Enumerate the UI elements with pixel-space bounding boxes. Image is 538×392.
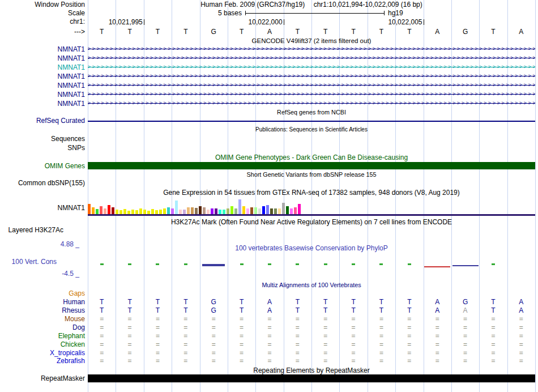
- species-label[interactable]: Rhesus: [0, 306, 85, 314]
- gencode-gene-row-1: NMNAT1 >>>>>>>>>>>>>>>>>>>>>>>>>>>>>>>>>…: [0, 45, 538, 54]
- gene-label[interactable]: NMNAT1: [0, 54, 85, 62]
- species-label[interactable]: Zebrafish: [0, 357, 85, 365]
- gtex-row: NMNAT1: [0, 197, 538, 216]
- omim-gene-bar[interactable]: [88, 162, 535, 169]
- multiz-row-rhesus: Rhesus TTTTGTATTTTTAATA: [0, 306, 538, 315]
- dbsnp-row: Common dbSNP(155): [0, 179, 538, 188]
- multiz-row-elephant: Elephant ================: [0, 332, 538, 340]
- sequences-label[interactable]: Sequences: [0, 135, 85, 143]
- gene-model[interactable]: >>>>>>>>>>>>>>>>>>>>>>>>>>>>>>>>>>>>>>>>…: [88, 73, 535, 81]
- window-position-row: Window Position Human Feb. 2009 (GRCh37/…: [0, 1, 538, 9]
- gencode-gene-row-5: NMNAT1 >>>>>>>>>>>>>>>>>>>>>>>>>>>>>>>>>…: [0, 82, 538, 90]
- alignment-bases: ================: [88, 340, 535, 349]
- multiz-row-human: Human TTTTGTATTTTTAGTA: [0, 298, 538, 306]
- cons-label[interactable]: 100 Vert. Cons: [0, 258, 57, 266]
- publications-title-row: Publications: Sequences in Scientific Ar…: [0, 126, 538, 135]
- gene-model[interactable]: >>>>>>>>>>>>>>>>>>>>>>>>>>>>>>>>>>>>>>>>…: [88, 100, 535, 108]
- species-label[interactable]: Chicken: [0, 340, 85, 348]
- species-label[interactable]: Human: [0, 298, 85, 306]
- h3k27ac-title-row: H3K27Ac Mark (Often Found Near Active Re…: [0, 218, 538, 227]
- alignment-bases: ================: [88, 332, 535, 340]
- scale-label: Scale: [0, 9, 85, 17]
- assembly-title: Human Feb. 2009 (GRCh37/hg19): [200, 1, 305, 8]
- multiz-row-zebrafish: Zebrafish ================: [0, 357, 538, 365]
- rmsk-bar[interactable]: [88, 374, 535, 382]
- assembly-short-label: hg19: [388, 9, 403, 17]
- multiz-title-row: Multiz Alignments of 100 Vertebrates: [0, 282, 538, 290]
- gene-model[interactable]: >>>>>>>>>>>>>>>>>>>>>>>>>>>>>>>>>>>>>>>>…: [88, 54, 535, 63]
- dbsnp-title: Short Genetic Variants from dbSNP releas…: [88, 171, 535, 180]
- position-ruler[interactable]: 10,021,99510,022,00010,022,005: [88, 18, 535, 27]
- position-title: Human Feb. 2009 (GRCh37/hg19) chr1:10,02…: [88, 1, 535, 9]
- omim-title: OMIM Gene Phenotypes - Dark Green Can Be…: [88, 154, 535, 162]
- species-label[interactable]: Mouse: [0, 315, 85, 323]
- snps-label[interactable]: SNPs: [0, 144, 85, 152]
- gencode-gene-row-3: NMNAT1 >>>>>>>>>>>>>>>>>>>>>>>>>>>>>>>>>…: [0, 63, 538, 72]
- window-position-label: Window Position: [0, 1, 85, 8]
- omim-label[interactable]: OMIM Genes: [0, 162, 85, 170]
- refseq-label[interactable]: RefSeq Curated: [0, 117, 85, 125]
- gencode-gene-row-7: NMNAT1 >>>>>>>>>>>>>>>>>>>>>>>>>>>>>>>>>…: [0, 100, 538, 108]
- species-label[interactable]: Dog: [0, 323, 85, 331]
- dna-bases[interactable]: TTTTGTATTTTTAGTA: [88, 28, 535, 36]
- publications-title: Publications: Sequences in Scientific Ar…: [88, 126, 535, 135]
- omim-title-row: OMIM Gene Phenotypes - Dark Green Can Be…: [0, 154, 538, 162]
- gene-label[interactable]: NMNAT1: [0, 45, 85, 53]
- gene-label[interactable]: NMNAT1: [0, 82, 85, 90]
- gene-label[interactable]: NMNAT1: [0, 100, 85, 108]
- alignment-bases: ================: [88, 357, 535, 365]
- refseq-title: RefSeq genes from NCBI: [88, 109, 535, 117]
- gencode-gene-row-6: NMNAT1 >>>>>>>>>>>>>>>>>>>>>>>>>>>>>>>>>…: [0, 91, 538, 99]
- alignment-bases: ================: [88, 315, 535, 323]
- refseq-gene-line[interactable]: [88, 121, 535, 122]
- gencode-title-row: GENCODE V49lift37 (2 items filtered out): [0, 37, 538, 46]
- cons-min-label: -4.5 _: [0, 270, 79, 278]
- refseq-title-row: RefSeq genes from NCBI: [0, 109, 538, 117]
- gtex-title-row: Gene Expression in 54 tissues from GTEx …: [0, 189, 538, 197]
- gene-label[interactable]: NMNAT1: [0, 91, 85, 99]
- ruler-row[interactable]: chr1: 10,021,99510,022,00010,022,005: [0, 18, 538, 27]
- snps-row: SNPs: [0, 144, 538, 152]
- scale-bar: [245, 11, 385, 15]
- rmsk-row: RepeatMasker: [0, 374, 538, 383]
- species-label[interactable]: Elephant: [0, 332, 85, 340]
- multiz-row-xtropicalis: X_tropicalis ================: [0, 349, 538, 357]
- alignment-bases: ================: [88, 323, 535, 332]
- gene-model[interactable]: >>>>>>>>>>>>>>>>>>>>>>>>>>>>>>>>>>>>>>>>…: [88, 91, 535, 99]
- chrom-label: chr1:: [0, 18, 85, 25]
- cons-row: 100 Vert. Cons: [0, 258, 538, 270]
- gencode-title: GENCODE V49lift37 (2 items filtered out): [88, 37, 535, 46]
- sequences-row: Sequences: [0, 135, 538, 143]
- refseq-row: RefSeq Curated: [0, 117, 538, 125]
- gtex-baseline: [88, 214, 535, 216]
- genome-browser: Window Position Human Feb. 2009 (GRCh37/…: [0, 0, 538, 392]
- gaps-label[interactable]: Gaps: [0, 289, 85, 297]
- dbsnp-label[interactable]: Common dbSNP(155): [0, 179, 85, 187]
- rmsk-title-row: Repeating Elements by RepeatMasker: [0, 367, 538, 375]
- position-range: chr1:10,021,994-10,022,009 (16 bp): [314, 1, 422, 8]
- cons-min-row: -4.5 _: [0, 270, 538, 278]
- h3k27ac-label[interactable]: Layered H3K27Ac: [0, 226, 63, 234]
- alignment-bases: TTTTGTATTTTTAGTA: [88, 298, 535, 306]
- dbsnp-title-row: Short Genetic Variants from dbSNP releas…: [0, 171, 538, 180]
- rmsk-label[interactable]: RepeatMasker: [0, 374, 85, 382]
- gene-model[interactable]: >>>>>>>>>>>>>>>>>>>>>>>>>>>>>>>>>>>>>>>>…: [88, 45, 535, 54]
- gene-model[interactable]: >>>>>>>>>>>>>>>>>>>>>>>>>>>>>>>>>>>>>>>>…: [88, 82, 535, 90]
- species-label[interactable]: X_tropicalis: [0, 349, 85, 357]
- omim-row: OMIM Genes: [0, 162, 538, 171]
- scale-value: 5 bases: [88, 9, 242, 17]
- sequence-row[interactable]: ---> TTTTGTATTTTTAGTA: [0, 28, 538, 36]
- multiz-row-chicken: Chicken ================: [0, 340, 538, 349]
- gene-label[interactable]: NMNAT1: [0, 63, 85, 71]
- gene-model[interactable]: >>>>>>>>>>>>>>>>>>>>>>>>>>>>>>>>>>>>>>>>…: [88, 63, 535, 72]
- cons-title: 100 vertebrates Basewise Conservation by…: [88, 244, 535, 253]
- h3k27ac-row: Layered H3K27Ac: [0, 226, 538, 235]
- multiz-row-dog: Dog ================: [0, 323, 538, 332]
- rmsk-title: Repeating Elements by RepeatMasker: [88, 367, 535, 375]
- gencode-gene-row-2: NMNAT1 >>>>>>>>>>>>>>>>>>>>>>>>>>>>>>>>>…: [0, 54, 538, 63]
- gene-label[interactable]: NMNAT1: [0, 73, 85, 80]
- strand-indicator: --->: [0, 28, 85, 36]
- alignment-bases: TTTTGTATTTTTAATA: [88, 306, 535, 315]
- gtex-gene-label[interactable]: NMNAT1: [0, 204, 85, 212]
- cons-signal[interactable]: [88, 258, 535, 270]
